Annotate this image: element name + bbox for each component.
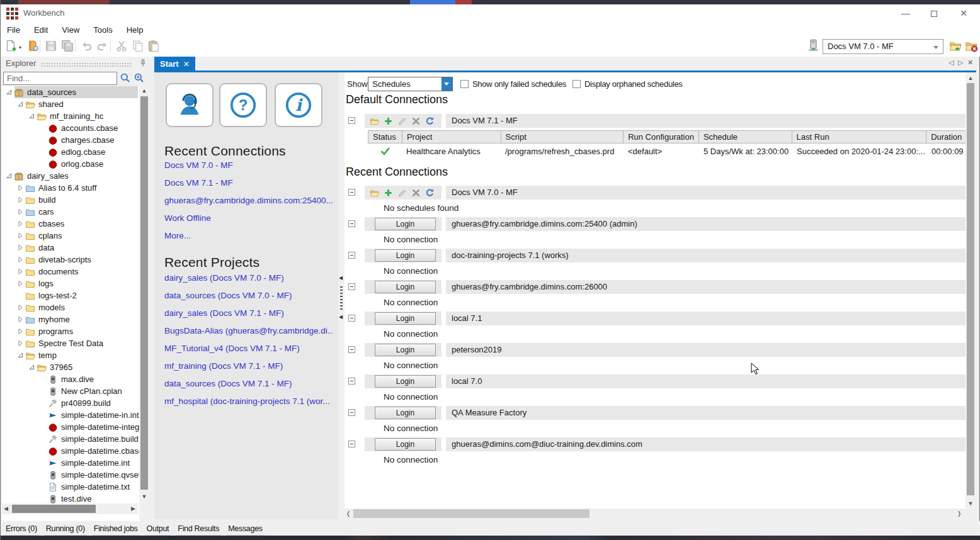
collapse-box-icon[interactable] bbox=[348, 315, 355, 322]
column-header-duration[interactable]: Duration bbox=[926, 131, 966, 143]
collapse-box-icon[interactable] bbox=[348, 220, 355, 227]
tree-item[interactable]: mf_training_hc bbox=[2, 110, 149, 122]
search-icon[interactable] bbox=[120, 72, 131, 84]
add-schedule-icon[interactable] bbox=[384, 188, 393, 198]
panel-splitter[interactable]: ◀ ◀ bbox=[338, 72, 345, 519]
expander-open-icon[interactable] bbox=[17, 100, 25, 108]
undo-icon[interactable] bbox=[80, 40, 93, 52]
chevron-down-icon[interactable]: ▾ bbox=[19, 45, 21, 50]
expander-closed-icon[interactable] bbox=[17, 256, 25, 264]
expander-closed-icon[interactable] bbox=[17, 327, 25, 335]
tree-item[interactable]: cars bbox=[2, 206, 149, 218]
tab-strip-close-icon[interactable]: ✕ bbox=[967, 59, 973, 67]
menu-edit[interactable]: Edit bbox=[34, 25, 48, 35]
checkbox-icon[interactable] bbox=[460, 80, 469, 88]
recent-project-link[interactable]: mf_training (Docs VM 7.1 - MF) bbox=[164, 361, 283, 371]
tree-item[interactable]: edlog.cbase bbox=[2, 146, 149, 158]
search-zoom-icon[interactable] bbox=[134, 72, 145, 84]
collapse-box-icon[interactable] bbox=[348, 346, 355, 353]
recent-project-link[interactable]: dairy_sales (Docs VM 7.0 - MF) bbox=[164, 273, 284, 283]
delete-schedule-icon[interactable] bbox=[411, 116, 421, 126]
paste-icon[interactable] bbox=[147, 40, 160, 52]
recent-project-link[interactable]: dairy_sales (Docs VM 7.1 - MF) bbox=[164, 308, 284, 318]
recent-project-link[interactable]: mf_hospital (doc-training-projects 7.1 (… bbox=[164, 397, 330, 406]
tree-item[interactable]: cplans bbox=[2, 230, 149, 242]
scroll-down-icon[interactable]: ▼ bbox=[139, 492, 149, 501]
recent-project-link[interactable]: MF_Tutorial_v4 (Docs VM 7.1 - MF) bbox=[164, 344, 300, 353]
expander-closed-icon[interactable] bbox=[17, 279, 25, 288]
table-row[interactable]: Healthcare Analytics/programs/refresh_cb… bbox=[368, 143, 966, 159]
checkbox-icon[interactable] bbox=[573, 80, 581, 88]
minimize-button[interactable]: — bbox=[896, 6, 915, 21]
login-button[interactable]: Login bbox=[375, 344, 436, 356]
menu-view[interactable]: View bbox=[62, 25, 79, 35]
menu-tools[interactable]: Tools bbox=[93, 25, 112, 35]
tree-item[interactable]: orlog.cbase bbox=[2, 158, 149, 170]
add-schedule-icon[interactable] bbox=[384, 116, 393, 126]
tree-item[interactable]: shared bbox=[2, 98, 149, 110]
save-icon[interactable] bbox=[45, 40, 57, 52]
scroll-down-icon[interactable]: ▼ bbox=[966, 499, 976, 508]
scroll-up-icon[interactable]: ▲ bbox=[966, 74, 976, 82]
column-header-schedule[interactable]: Schedule bbox=[699, 131, 792, 143]
maximize-button[interactable] bbox=[925, 6, 943, 21]
scroll-left-icon[interactable]: ◀ bbox=[2, 503, 10, 514]
find-input[interactable] bbox=[3, 72, 117, 85]
tree-item[interactable]: simple-datetime.qvset bbox=[2, 469, 149, 481]
panel-vertical-scrollbar[interactable]: ▲ ▼ bbox=[966, 72, 976, 509]
tree-item[interactable]: simple-datetime.cbase bbox=[2, 445, 149, 457]
recent-connection-link[interactable]: Docs VM 7.0 - MF bbox=[164, 160, 233, 170]
login-button[interactable]: Login bbox=[375, 218, 436, 230]
server-selector-combobox[interactable]: Docs VM 7.0 - MF bbox=[823, 39, 943, 54]
info-button[interactable]: i bbox=[275, 83, 322, 127]
tab-nav-left-icon[interactable]: ◁ bbox=[949, 59, 954, 67]
show-combobox[interactable]: Schedules bbox=[368, 77, 453, 91]
recent-connection-link[interactable]: ghueras@fry.cambridge.dimins.com:25400..… bbox=[164, 196, 333, 205]
panel-horizontal-scrollbar[interactable]: ❬ ❭ bbox=[345, 509, 966, 519]
expander-closed-icon[interactable] bbox=[17, 196, 25, 204]
tree-item[interactable]: myhome bbox=[2, 313, 149, 325]
tree-item[interactable]: charges.cbase bbox=[2, 134, 149, 146]
splitter-grip[interactable] bbox=[340, 286, 343, 312]
expander-closed-icon[interactable] bbox=[17, 315, 25, 323]
expander-open-icon[interactable] bbox=[28, 363, 37, 371]
scroll-left-icon[interactable]: ❬ bbox=[345, 509, 352, 519]
open-project-folder-icon[interactable] bbox=[949, 40, 962, 52]
tree-item[interactable]: New cPlan.cplan bbox=[2, 385, 149, 397]
open-project-icon[interactable] bbox=[27, 40, 40, 52]
collapse-left-icon[interactable]: ◀ bbox=[339, 275, 343, 281]
column-header-status[interactable]: Status bbox=[368, 131, 402, 143]
support-button[interactable] bbox=[166, 83, 214, 127]
expander-open-icon[interactable] bbox=[6, 88, 14, 96]
recent-connection-link[interactable]: Docs VM 7.1 - MF bbox=[164, 178, 233, 188]
tree-item[interactable]: simple-datetime-in.int bbox=[2, 409, 149, 421]
expander-closed-icon[interactable] bbox=[17, 220, 25, 228]
column-header-script[interactable]: Script bbox=[501, 131, 624, 143]
column-header-last-run[interactable]: Last Run bbox=[792, 131, 927, 143]
collapse-box-icon[interactable] bbox=[348, 378, 355, 385]
delete-schedule-icon[interactable] bbox=[411, 188, 421, 198]
collapse-box-icon[interactable] bbox=[348, 441, 355, 447]
expander-open-icon[interactable] bbox=[6, 172, 14, 180]
expander-open-icon[interactable] bbox=[28, 112, 37, 120]
expander-open-icon[interactable] bbox=[17, 351, 25, 359]
tree-horizontal-scrollbar[interactable]: ◀ ▶ bbox=[2, 503, 138, 514]
collapse-box-icon[interactable] bbox=[348, 283, 355, 290]
open-connection-icon[interactable] bbox=[370, 188, 379, 198]
tree-item[interactable]: data_sources bbox=[2, 86, 149, 98]
new-document-icon[interactable] bbox=[4, 40, 17, 52]
tree-item[interactable]: 37965 bbox=[2, 361, 149, 373]
tree-item[interactable]: Alias to 6.4 stuff bbox=[2, 182, 149, 194]
scroll-up-icon[interactable]: ▲ bbox=[139, 86, 149, 95]
tree-item[interactable]: dairy_sales bbox=[2, 170, 149, 182]
tree-item[interactable]: simple-datetime-integ.c bbox=[2, 421, 149, 433]
tree-item[interactable]: programs bbox=[2, 325, 149, 337]
expander-closed-icon[interactable] bbox=[17, 267, 25, 276]
redo-icon[interactable] bbox=[96, 40, 109, 52]
scroll-right-icon[interactable]: ❭ bbox=[955, 509, 963, 519]
tree-vertical-scrollbar[interactable]: ▲ ▼ bbox=[139, 86, 149, 533]
login-button[interactable]: Login bbox=[375, 312, 436, 325]
login-button[interactable]: Login bbox=[375, 249, 436, 262]
tree-item[interactable]: simple-datetime.build bbox=[2, 433, 149, 445]
close-project-folder-icon[interactable] bbox=[965, 40, 977, 52]
